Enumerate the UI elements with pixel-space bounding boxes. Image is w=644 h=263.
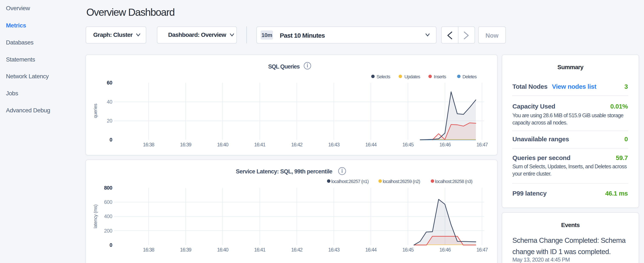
svg-text:Service Latency: SQL, 99th per: Service Latency: SQL, 99th percentile [236, 168, 332, 175]
svg-text:20: 20 [107, 118, 112, 124]
svg-text:16:46: 16:46 [440, 247, 451, 252]
svg-text:16:40: 16:40 [217, 247, 228, 252]
svg-text:16:43: 16:43 [328, 247, 340, 252]
svg-text:0: 0 [110, 137, 112, 143]
svg-text:Now: Now [486, 32, 498, 39]
svg-text:16:44: 16:44 [365, 247, 377, 252]
svg-text:46.1 ms: 46.1 ms [605, 190, 628, 197]
svg-text:queries: queries [93, 104, 98, 118]
svg-text:Statements: Statements [6, 56, 35, 63]
svg-text:Sum of Selects, Updates, Inser: Sum of Selects, Updates, Inserts, and De… [512, 163, 627, 169]
svg-text:40: 40 [107, 99, 112, 105]
svg-text:Capacity Used: Capacity Used [512, 103, 555, 110]
svg-text:Schema Change Completed: Schem: Schema Change Completed: Schema [512, 236, 626, 244]
svg-text:capacity across all nodes.: capacity across all nodes. [512, 120, 568, 126]
svg-text:Overview Dashboard: Overview Dashboard [86, 7, 174, 18]
svg-text:Advanced Debug: Advanced Debug [6, 107, 50, 114]
svg-text:Deletes: Deletes [462, 74, 477, 79]
svg-text:Graph: Cluster: Graph: Cluster [93, 32, 133, 38]
svg-text:Updates: Updates [404, 74, 420, 79]
svg-text:localhost:26257 (n1): localhost:26257 (n1) [331, 179, 368, 184]
svg-text:0: 0 [624, 136, 628, 143]
svg-text:Summary: Summary [558, 64, 584, 70]
svg-text:16:42: 16:42 [291, 142, 303, 147]
svg-text:16:47: 16:47 [476, 247, 488, 252]
svg-text:16:40: 16:40 [217, 142, 228, 147]
svg-text:0: 0 [110, 242, 112, 248]
svg-text:Queries per second: Queries per second [512, 154, 570, 161]
svg-text:60: 60 [107, 80, 112, 86]
svg-text:16:45: 16:45 [402, 142, 414, 147]
svg-text:Jobs: Jobs [6, 90, 18, 97]
svg-text:P99 latency: P99 latency [512, 190, 546, 197]
svg-text:16:47: 16:47 [476, 142, 488, 147]
svg-text:200: 200 [104, 228, 112, 234]
svg-text:Dashboard: Overview: Dashboard: Overview [168, 32, 226, 38]
svg-text:change with ID 1 was completed: change with ID 1 was completed. [512, 248, 611, 255]
svg-text:59.7: 59.7 [616, 154, 628, 161]
svg-text:16:41: 16:41 [254, 247, 266, 252]
svg-text:SQL Queries: SQL Queries [268, 63, 300, 70]
svg-text:your entire cluster.: your entire cluster. [512, 171, 551, 177]
svg-text:16:38: 16:38 [143, 247, 154, 252]
svg-text:Past 10 Minutes: Past 10 Minutes [280, 32, 325, 39]
svg-text:Databases: Databases [6, 39, 34, 46]
svg-text:Selects: Selects [376, 74, 390, 79]
svg-text:16:38: 16:38 [143, 142, 154, 147]
svg-text:Overview: Overview [6, 5, 30, 12]
svg-text:Unavailable ranges: Unavailable ranges [512, 136, 569, 143]
svg-text:Inserts: Inserts [434, 74, 446, 79]
svg-text:16:43: 16:43 [328, 142, 340, 147]
svg-text:16:41: 16:41 [254, 142, 266, 147]
svg-text:latency (ms): latency (ms) [93, 204, 98, 228]
svg-text:16:46: 16:46 [440, 142, 451, 147]
svg-text:May 13, 2020 at 4:45 PM: May 13, 2020 at 4:45 PM [512, 256, 570, 263]
svg-text:800: 800 [104, 185, 112, 191]
svg-text:16:42: 16:42 [291, 247, 303, 252]
svg-text:View nodes list: View nodes list [552, 83, 596, 90]
svg-text:16:45: 16:45 [402, 247, 414, 252]
svg-text:Total Nodes: Total Nodes [512, 83, 548, 90]
svg-text:localhost:26258 (n3): localhost:26258 (n3) [435, 179, 472, 184]
svg-text:Metrics: Metrics [6, 22, 26, 29]
svg-text:0.01%: 0.01% [610, 103, 628, 110]
svg-text:400: 400 [104, 213, 112, 219]
svg-text:16:39: 16:39 [180, 247, 192, 252]
svg-text:Network Latency: Network Latency [6, 73, 49, 80]
svg-text:localhost:26259 (n2): localhost:26259 (n2) [383, 179, 420, 184]
svg-text:16:44: 16:44 [365, 142, 377, 147]
svg-text:10m: 10m [262, 32, 272, 38]
svg-text:16:39: 16:39 [180, 142, 192, 147]
svg-text:Events: Events [561, 222, 580, 228]
svg-text:600: 600 [104, 199, 112, 205]
svg-text:You are using 28.6 MiB of 515.: You are using 28.6 MiB of 515.9 GiB usab… [512, 112, 624, 118]
svg-text:3: 3 [624, 83, 628, 90]
